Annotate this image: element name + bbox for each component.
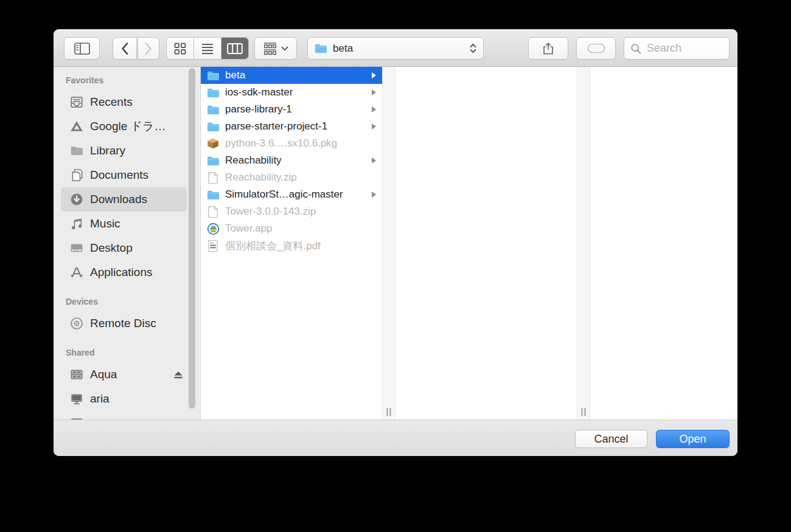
location-popup[interactable]: beta [307, 37, 484, 60]
sidebar-section-title: Shared [54, 345, 200, 360]
column-divider [577, 67, 590, 420]
sidebar-item-documents[interactable]: Documents [61, 163, 187, 187]
recents-icon [69, 95, 84, 109]
column-resize-handle[interactable] [582, 408, 586, 416]
folder-file-icon [206, 121, 220, 133]
sidebar-item-label: Music [90, 217, 120, 230]
view-mode-list-view-button[interactable] [193, 38, 221, 59]
pkg-file-icon [206, 137, 220, 150]
column-divider [382, 67, 396, 420]
sidebar-item-applications[interactable]: Applications [61, 260, 187, 285]
disclosure-arrow-icon [372, 72, 376, 78]
sidebar-item-aqua[interactable]: Aqua [61, 362, 187, 387]
search-field[interactable] [624, 37, 730, 60]
file-row-reachability[interactable]: Reachability [201, 152, 382, 169]
sidebar-item-label: Remote Disc [90, 317, 156, 330]
file-name: 個別相談会_資料.pdf [225, 239, 367, 253]
file-name: Reachability [225, 154, 367, 167]
open-file-dialog: beta FavoritesRecentsGoogle ドラ…LibraryDo… [54, 29, 737, 456]
sidebar-toggle-icon [74, 43, 90, 55]
sidebar-item-label: Recents [90, 95, 133, 109]
eject-icon[interactable] [171, 370, 186, 379]
file-name: Tower.app [225, 223, 367, 235]
view-mode-icon-view-button[interactable] [167, 38, 193, 59]
sidebar-item-partial[interactable] [61, 411, 187, 420]
file-row-beta[interactable]: beta [201, 67, 382, 84]
folder-file-icon [206, 189, 220, 201]
zip-file-icon [206, 171, 220, 184]
sidebar-item-label: Applications [90, 266, 152, 279]
disc-icon [69, 316, 84, 331]
file-name: ios-sdk-master [225, 86, 367, 98]
display-icon [69, 392, 84, 406]
sidebar-scrollbar[interactable] [189, 68, 195, 409]
sidebar-toggle-button[interactable] [64, 37, 100, 60]
disclosure-arrow-icon [372, 157, 376, 164]
location-popup-label: beta [333, 43, 353, 55]
desktop-icon [69, 241, 84, 255]
dialog-footer: Cancel Open [54, 420, 737, 456]
sidebar-section-favorites: FavoritesRecentsGoogle ドラ…LibraryDocumen… [54, 73, 200, 285]
file-name: beta [225, 69, 367, 81]
sidebar-item-label: Google ドラ… [90, 119, 166, 134]
open-button[interactable]: Open [656, 430, 730, 448]
gdrive-icon [69, 119, 84, 134]
folder-icon [314, 43, 328, 54]
forward-button[interactable] [138, 37, 159, 60]
sidebar-item-desktop[interactable]: Desktop [61, 236, 187, 260]
view-mode-segmented-control [166, 37, 249, 60]
sidebar-section-shared: SharedAquaaria [54, 345, 200, 420]
file-row-simulatorst-agic-master[interactable]: SimulatorSt…agic-master [201, 186, 382, 203]
file-name: parse-starter-project-1 [225, 120, 367, 133]
sidebar-item-label: Documents [90, 168, 148, 182]
music-icon [69, 216, 84, 231]
sidebar-item-label: Aqua [90, 368, 117, 381]
sidebar-item-music[interactable]: Music [61, 212, 187, 236]
file-name: python-3.6.…sx10.6.pkg [225, 137, 367, 150]
sidebar-section-title: Devices [54, 294, 200, 309]
file-row-python-3-6-sx10-6-pkg[interactable]: python-3.6.…sx10.6.pkg [201, 135, 382, 152]
file-row-reachability-zip[interactable]: Reachability.zip [201, 169, 382, 186]
file-name: Reachability.zip [225, 171, 367, 184]
cancel-button[interactable]: Cancel [575, 430, 647, 448]
server-icon [69, 367, 84, 382]
search-icon [630, 43, 641, 54]
sidebar-item-aria[interactable]: aria [61, 387, 187, 411]
file-row-parse-library-1[interactable]: parse-library-1 [201, 101, 382, 118]
grid-view-icon [173, 42, 187, 55]
file-row-pdf[interactable]: 個別相談会_資料.pdf [201, 237, 382, 254]
group-by-button[interactable] [254, 37, 297, 60]
disclosure-arrow-icon [372, 89, 376, 95]
forward-icon [144, 42, 153, 55]
tag-button[interactable] [576, 37, 616, 60]
sidebar-item-downloads[interactable]: Downloads [61, 187, 187, 212]
pdf-file-icon [206, 240, 220, 252]
updown-chevron-icon [469, 43, 477, 54]
file-row-tower-3-0-0-143-zip[interactable]: Tower-3.0.0-143.zip [201, 203, 382, 220]
disclosure-arrow-icon [372, 123, 376, 130]
search-input[interactable] [646, 41, 717, 55]
empty-column [590, 67, 737, 420]
list-view-icon [201, 42, 214, 55]
sidebar-item-library[interactable]: Library [61, 139, 187, 163]
file-row-parse-starter-project-1[interactable]: parse-starter-project-1 [201, 118, 382, 135]
sidebar-item-label: Desktop [90, 241, 133, 255]
sidebar-item-remote-disc[interactable]: Remote Disc [61, 311, 187, 336]
toolbar: beta [54, 29, 737, 67]
folder-file-icon [206, 70, 220, 81]
sidebar-section-devices: DevicesRemote Disc [54, 294, 200, 336]
view-mode-column-view-button[interactable] [221, 38, 248, 59]
file-row-ios-sdk-master[interactable]: ios-sdk-master [201, 84, 382, 101]
downloads-icon [69, 192, 84, 207]
chevron-down-icon [281, 46, 288, 51]
sidebar-item-label: Downloads [90, 193, 147, 206]
back-button[interactable] [113, 37, 137, 60]
file-name: SimulatorSt…agic-master [225, 188, 367, 201]
group-icon [263, 42, 277, 55]
column-resize-handle[interactable] [387, 408, 391, 416]
file-row-tower-app[interactable]: Tower.app [201, 220, 382, 237]
sidebar-item-google[interactable]: Google ドラ… [61, 114, 187, 139]
folder-file-icon [206, 104, 220, 116]
share-button[interactable] [528, 37, 568, 60]
sidebar-item-recents[interactable]: Recents [61, 90, 187, 114]
